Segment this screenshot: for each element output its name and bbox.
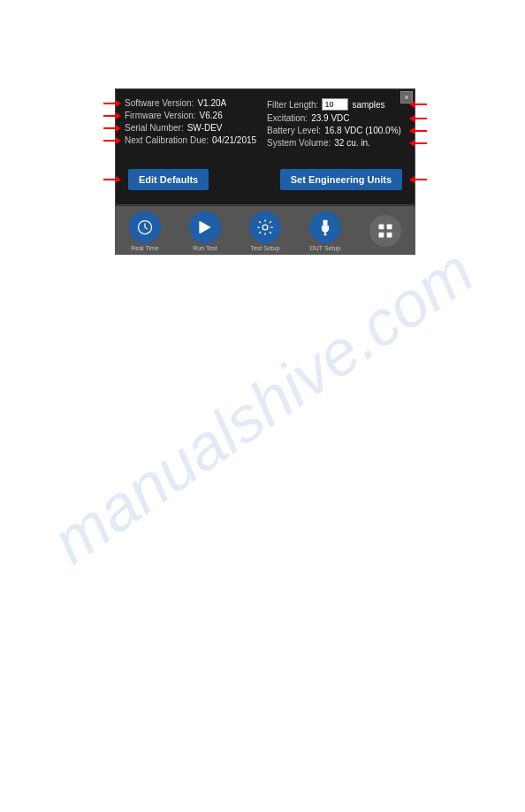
edit-defaults-button[interactable]: Edit Defaults bbox=[128, 169, 209, 190]
software-version-label: Software Version: bbox=[125, 98, 194, 108]
plug-icon bbox=[316, 218, 334, 236]
system-volume-row: System Volume: 32 cu. in. bbox=[267, 138, 406, 148]
firmware-version-label: Firmware Version: bbox=[125, 111, 196, 120]
filter-length-row: Filter Length: samples bbox=[267, 98, 406, 111]
clock-icon bbox=[136, 218, 154, 236]
firmware-version-value: V6.26 bbox=[200, 111, 223, 120]
nav-run-test[interactable]: Run Test bbox=[189, 211, 221, 251]
dut-setup-icon-circle bbox=[309, 211, 341, 243]
svg-point-3 bbox=[262, 225, 268, 230]
svg-rect-4 bbox=[323, 220, 328, 226]
system-volume-label: System Volume: bbox=[267, 138, 331, 148]
run-test-label: Run Test bbox=[193, 245, 217, 251]
grid-icon bbox=[377, 222, 394, 240]
filter-length-input[interactable] bbox=[322, 98, 348, 111]
calibration-due-value: 04/21/2015 bbox=[212, 135, 256, 145]
real-time-label: Real Time bbox=[131, 245, 159, 251]
extra-icon-circle bbox=[369, 215, 401, 247]
info-grid: Software Version: V1.20A Firmware Versio… bbox=[125, 98, 406, 148]
nav-bar: Real Time Run Test Test Setup bbox=[115, 205, 415, 255]
test-setup-label: Test Setup bbox=[250, 245, 279, 251]
nav-real-time[interactable]: Real Time bbox=[129, 211, 161, 251]
info-panel: × Software Version: V1.20A bbox=[115, 88, 415, 205]
svg-rect-9 bbox=[379, 232, 384, 237]
nav-dut-setup[interactable]: DUT Setup bbox=[309, 211, 341, 251]
excitation-row: Excitation: 23.9 VDC bbox=[267, 113, 406, 123]
svg-rect-8 bbox=[387, 224, 392, 229]
svg-rect-7 bbox=[379, 224, 384, 229]
watermark-text: manualshive.com bbox=[39, 234, 486, 578]
excitation-value: 23.9 VDC bbox=[311, 113, 349, 123]
gear-icon bbox=[256, 218, 274, 236]
battery-level-label: Battery Level: bbox=[267, 126, 321, 135]
filter-length-label: Filter Length: bbox=[267, 100, 318, 110]
excitation-label: Excitation: bbox=[267, 113, 308, 123]
system-volume-value: 32 cu. in. bbox=[334, 138, 370, 148]
dut-setup-label: DUT Setup bbox=[310, 245, 341, 251]
battery-level-row: Battery Level: 16.8 VDC (100.0%) bbox=[267, 126, 406, 135]
main-panel: × Software Version: V1.20A bbox=[115, 88, 415, 255]
left-info-col: Software Version: V1.20A Firmware Versio… bbox=[125, 98, 263, 148]
svg-marker-1 bbox=[201, 221, 211, 233]
calibration-due-row: Next Calibration Due: 04/21/2015 bbox=[125, 135, 263, 145]
nav-test-setup[interactable]: Test Setup bbox=[249, 211, 281, 251]
set-engineering-units-button[interactable]: Set Engineering Units bbox=[280, 169, 402, 190]
software-version-row: Software Version: V1.20A bbox=[125, 98, 263, 108]
firmware-version-row: Firmware Version: V6.26 bbox=[125, 111, 263, 120]
play-icon bbox=[196, 218, 214, 236]
run-test-icon-circle bbox=[189, 211, 221, 243]
battery-level-value: 16.8 VDC (100.0%) bbox=[324, 126, 401, 135]
serial-number-label: Serial Number: bbox=[125, 123, 184, 133]
test-setup-icon-circle bbox=[249, 211, 281, 243]
svg-rect-10 bbox=[387, 232, 392, 237]
serial-number-value: SW-DEV bbox=[187, 123, 223, 133]
serial-number-row: Serial Number: SW-DEV bbox=[125, 123, 263, 133]
right-info-col: Filter Length: samples Excitation: 23.9 … bbox=[267, 98, 406, 148]
nav-extra[interactable] bbox=[369, 215, 401, 249]
software-version-value: V1.20A bbox=[197, 98, 226, 108]
filter-length-suffix: samples bbox=[352, 100, 384, 110]
real-time-icon-circle bbox=[129, 211, 161, 243]
calibration-due-label: Next Calibration Due: bbox=[125, 135, 209, 145]
action-buttons-row: Edit Defaults Set Engineering Units bbox=[125, 169, 406, 190]
